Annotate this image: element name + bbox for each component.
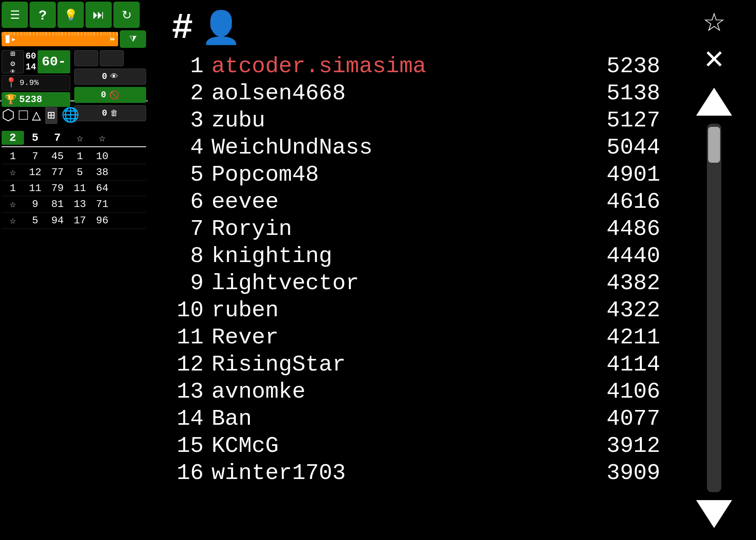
lb-rank: 9 [164, 270, 212, 296]
main-content: # 👤 1 atcoder.simasima 5238 2 aolsen4668… [152, 0, 668, 540]
lb-rank: 16 [164, 460, 212, 486]
lb-score: 3909 [580, 460, 660, 486]
grid-row-4: ☆ 9 81 13 71 [2, 196, 146, 213]
lb-name[interactable]: zubu [212, 108, 580, 133]
filter-icon: ⧩ [129, 34, 137, 44]
lb-name[interactable]: knighting [212, 243, 580, 269]
lb-rank: 4 [164, 135, 212, 160]
scroll-track[interactable] [707, 124, 721, 492]
lb-rank: 6 [164, 189, 212, 215]
globe-icon[interactable]: 🌐 [61, 106, 79, 124]
stats-right: 0 👁 0 🚫 0 🗑 [72, 50, 146, 99]
lb-rank: 3 [164, 108, 212, 133]
lb-name[interactable]: RisingStar [212, 352, 580, 377]
ruler-row: ▶ ⏩ ⧩ [0, 30, 148, 49]
square-icon[interactable]: □ [19, 107, 28, 124]
pin-icon: 📍 [5, 77, 17, 89]
leaderboard-row: 3 zubu 5127 [164, 107, 660, 134]
view-count2: 14 [26, 62, 36, 72]
leaderboard-row: 6 eevee 4616 [164, 188, 660, 215]
lb-score: 4901 [580, 162, 660, 187]
grid-header-3: 7 [46, 132, 69, 144]
view-count1: 60 [26, 51, 36, 61]
lb-name[interactable]: atcoder.simasima [212, 53, 580, 79]
leaderboard-row: 14 Ban 4077 [164, 405, 660, 432]
lb-name[interactable]: ruben [212, 298, 580, 323]
trophy-score: 5238 [19, 94, 42, 105]
grid-header: 2 5 7 ☆ ☆ [2, 131, 146, 147]
leaderboard-row: 10 ruben 4322 [164, 297, 660, 324]
refresh-icon: ↻ [122, 8, 132, 22]
grid-area: 2 5 7 ☆ ☆ 1 7 45 1 10 ☆ 12 77 5 38 1 11 … [0, 129, 148, 231]
lb-score: 3912 [580, 433, 660, 459]
lb-name[interactable]: KCMcG [212, 433, 580, 459]
control-row-3: 0 🗑 [74, 105, 146, 121]
scroll-thumb[interactable] [708, 127, 720, 163]
close-icon[interactable]: ✕ [705, 44, 724, 76]
leaderboard-row: 16 winter1703 3909 [164, 459, 660, 487]
layers-icon: ⊞ [10, 49, 15, 59]
lb-name[interactable]: Roryin [212, 216, 580, 242]
triangle-icon[interactable]: △ [32, 106, 41, 124]
eye-icon-small: 👁 [10, 69, 16, 75]
left-panel: ☰ ? 💡 ⏭ ↻ ▶ ⏩ ⧩ ⊞ [0, 0, 148, 540]
lb-rank: 14 [164, 406, 212, 432]
eye-slash-icon: 🚫 [109, 90, 119, 100]
ruler-bar[interactable]: ▶ ⏩ [2, 32, 118, 46]
lb-rank: 2 [164, 81, 212, 106]
lb-score: 4322 [580, 298, 660, 323]
lb-name[interactable]: eevee [212, 189, 580, 215]
lb-score: 4211 [580, 325, 660, 350]
light-icon: 💡 [64, 8, 78, 22]
leaderboard-header: # 👤 [160, 4, 660, 53]
lb-score: 4440 [580, 243, 660, 269]
grid-row-3: 1 11 79 11 64 [2, 181, 146, 196]
lb-rank: 11 [164, 325, 212, 350]
lb-score: 5138 [580, 81, 660, 106]
forward-button[interactable]: ⏭ [85, 2, 112, 28]
mesh-icon[interactable]: ⊞ [45, 106, 57, 124]
lb-rank: 13 [164, 379, 212, 404]
tri-down-icon [696, 500, 732, 528]
lb-name[interactable]: Rever [212, 325, 580, 350]
toolbar: ☰ ? 💡 ⏭ ↻ [0, 0, 148, 30]
eye-icon: 👁 [110, 72, 118, 81]
lb-name[interactable]: WeichUndNass [212, 135, 580, 160]
leaderboard-row: 4 WeichUndNass 5044 [164, 134, 660, 161]
counter-box: 60- [38, 50, 70, 73]
leaderboard-row: 15 KCMcG 3912 [164, 432, 660, 459]
filter-button[interactable]: ⧩ [120, 30, 146, 48]
gear-icon: ⚙ [10, 59, 15, 69]
tri-up-icon [696, 88, 732, 116]
lb-rank: 12 [164, 352, 212, 377]
refresh-button[interactable]: ↻ [113, 2, 140, 28]
lb-score: 5044 [580, 135, 660, 160]
trash-icon: 🗑 [110, 108, 118, 118]
hexagon-icon[interactable]: ⬡ [2, 106, 15, 124]
ctrl-value3: 0 🗑 [74, 105, 146, 121]
lb-score: 4114 [580, 352, 660, 377]
lb-name[interactable]: aolsen4668 [212, 81, 580, 106]
lb-name[interactable]: lightvector [212, 270, 580, 296]
control-row-2: 0 🚫 [74, 87, 146, 103]
menu-icon: ☰ [10, 8, 20, 22]
light-button[interactable]: 💡 [57, 2, 84, 28]
lb-name[interactable]: avnomke [212, 379, 580, 404]
lb-score: 4106 [580, 379, 660, 404]
stats-left: ⊞ ⚙ 👁 60 14 60- 📍 9.9% 🏆 5238 [2, 50, 70, 99]
lb-score: 4077 [580, 406, 660, 432]
menu-button[interactable]: ☰ [2, 2, 28, 28]
percent-value: 9.9% [20, 78, 39, 87]
lb-score: 4616 [580, 189, 660, 215]
ctrl-value1: 0 👁 [74, 69, 146, 85]
leaderboard-list: 1 atcoder.simasima 5238 2 aolsen4668 513… [160, 53, 660, 487]
control-row-1: 0 👁 [74, 69, 146, 85]
lb-name[interactable]: Ban [212, 406, 580, 432]
leaderboard-row: 7 Roryin 4486 [164, 215, 660, 242]
lb-name[interactable]: winter1703 [212, 460, 580, 486]
lb-name[interactable]: Popcom48 [212, 162, 580, 187]
grid-header-4: ☆ [69, 131, 91, 145]
forward-icon: ⏭ [93, 8, 105, 22]
help-button[interactable]: ? [30, 2, 56, 28]
leaderboard-row: 13 avnomke 4106 [164, 378, 660, 405]
